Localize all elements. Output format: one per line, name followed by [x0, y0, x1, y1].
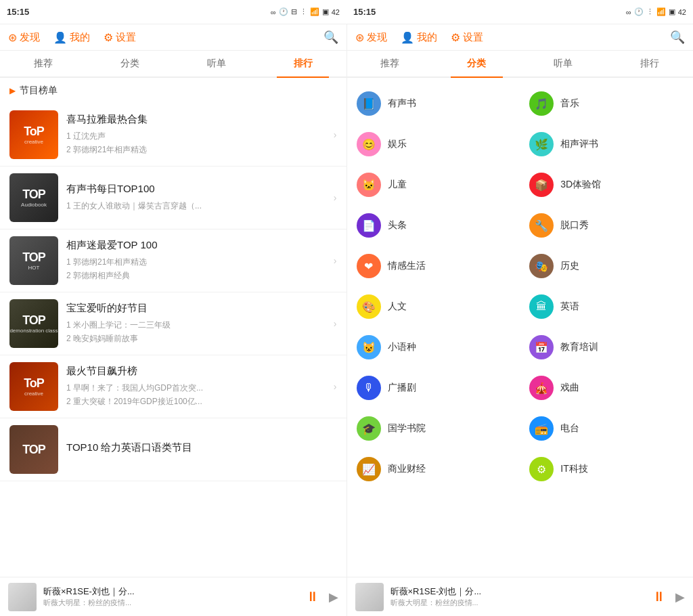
tab-rank-left[interactable]: 排行 [260, 51, 346, 76]
category-icon: 🎭 [529, 254, 554, 278]
category-item[interactable]: 🌿 相声评书 [520, 124, 693, 164]
tab-category-right[interactable]: 分类 [433, 51, 520, 76]
top-badge-3: TOP [22, 314, 45, 326]
category-label: 相声评书 [560, 138, 598, 150]
category-icon: 🎙 [357, 376, 381, 400]
category-icon: 📄 [357, 213, 381, 238]
categories-content: 📘 有声书 🎵 音乐 😊 娱乐 🌿 相声评书 🐱 儿童 📦 3D体验馆 📄 头条… [347, 78, 694, 577]
category-label: 音乐 [560, 97, 579, 110]
category-icon: 🎨 [357, 294, 381, 319]
nav-mine-right[interactable]: 👤 我的 [401, 31, 437, 44]
nav-settings-right[interactable]: ⚙ 设置 [451, 31, 483, 44]
category-icon: 📅 [529, 335, 554, 359]
status-icons-left: ∞ 🕐 ⊟ ⋮ 📶 ▣ 42 [271, 7, 340, 16]
list-item[interactable]: ToP creative 最火节目飙升榜 1 早啊！来了：我国人均GDP首次突.… [0, 355, 346, 418]
category-item[interactable]: 🎙 广播剧 [347, 368, 520, 408]
category-item[interactable]: 😺 小语种 [347, 327, 520, 368]
category-item[interactable]: 📄 头条 [347, 205, 520, 246]
nav-discover-right[interactable]: ⊛ 发现 [355, 31, 387, 44]
category-item[interactable]: 📦 3D体验馆 [520, 164, 693, 205]
category-item[interactable]: ❤ 情感生活 [347, 246, 520, 286]
category-label: IT科技 [560, 463, 587, 475]
wifi-icon: 📶 [310, 7, 319, 16]
category-item[interactable]: 🐱 儿童 [347, 164, 520, 205]
nav-discover-left[interactable]: ⊛ 发现 [8, 31, 40, 44]
search-button-left[interactable]: 🔍 [323, 30, 338, 45]
pause-button-left[interactable]: ⏸ [306, 589, 319, 604]
category-item[interactable]: 🎪 戏曲 [520, 368, 693, 408]
tab-recommend-left[interactable]: 推荐 [0, 51, 87, 76]
category-icon: 🎵 [529, 91, 554, 116]
settings-icon-left: ⚙ [104, 31, 113, 44]
category-item[interactable]: 📅 教育培训 [520, 327, 693, 368]
category-icon: 🐱 [357, 173, 381, 197]
nav-settings-left[interactable]: ⚙ 设置 [104, 31, 136, 44]
status-bar-right: 15:15 ∞ 🕐 ⋮ 📶 ▣ 42 [346, 0, 693, 24]
category-label: 情感生活 [388, 260, 426, 272]
category-item[interactable]: 😊 娱乐 [347, 124, 520, 164]
category-label: 脱口秀 [560, 219, 589, 232]
pause-button-right[interactable]: ⏸ [652, 589, 666, 604]
list-item[interactable]: TOP HOT 相声迷最爱TOP 100 1 郭德纲21年相声精选 2 郭德纲相… [0, 229, 346, 292]
tab-recommend-right[interactable]: 推荐 [347, 51, 434, 76]
category-label: 儿童 [388, 179, 407, 191]
tab-playlist-left[interactable]: 听单 [173, 51, 260, 76]
next-button-right[interactable]: ▶ [675, 590, 685, 604]
category-item[interactable]: 🔧 脱口秀 [520, 205, 693, 246]
nav-mine-left[interactable]: 👤 我的 [53, 31, 90, 44]
category-item[interactable]: 📘 有声书 [347, 83, 520, 124]
screenshot-icon: ⊟ [291, 7, 297, 16]
tab-playlist-right[interactable]: 听单 [520, 51, 606, 76]
list-item[interactable]: TOP demonstration class 宝宝爱听的好节目 1 米小圈上学… [0, 292, 346, 355]
list-item[interactable]: ToP creative 喜马拉雅最热合集 1 辽沈先声 2 郭德纲21年相声精… [0, 104, 346, 167]
category-label: 戏曲 [560, 382, 579, 394]
tab-rank-right[interactable]: 排行 [606, 51, 693, 76]
category-item[interactable]: ⚙ IT科技 [520, 449, 693, 489]
top-sub-1: Audiobook [21, 202, 47, 208]
category-item[interactable]: 📈 商业财经 [347, 449, 520, 489]
tab-category-left[interactable]: 分类 [87, 51, 173, 76]
battery-right: 42 [678, 8, 686, 16]
player-sub-right: 昕薇大明星：粉丝的疫情... [390, 598, 653, 608]
top-sub-2: HOT [28, 265, 40, 271]
left-tabs: 推荐 分类 听单 排行 [0, 51, 346, 78]
player-controls-right: ⏸ ▶ [652, 589, 685, 604]
status-bar-left: 15:15 ∞ 🕐 ⊟ ⋮ 📶 ▣ 42 [0, 0, 346, 24]
nav-settings-label-left: 设置 [116, 31, 136, 44]
category-item[interactable]: 🎓 国学书院 [347, 408, 520, 449]
arrow-icon-1: › [334, 192, 337, 203]
category-item[interactable]: 📻 电台 [520, 408, 693, 449]
mine-icon-left: 👤 [53, 31, 67, 44]
settings-icon-right: ⚙ [451, 31, 460, 44]
category-icon: 📻 [529, 416, 554, 441]
section-title-text: 节目榜单 [20, 85, 58, 97]
category-item[interactable]: 🎨 人文 [347, 286, 520, 327]
list-item[interactable]: TOP Audiobook 有声书每日TOP100 1 王的女人谁敢动｜爆笑古言… [0, 167, 346, 229]
list-item[interactable]: TOP TOP10 给力英语口语类节目 [0, 418, 346, 481]
top-sub-3: demonstration class [9, 328, 58, 334]
thumb-4: ToP creative [9, 362, 58, 411]
vibrate-icon: ⋮ [300, 7, 307, 16]
clock-icon: 🕐 [279, 7, 288, 16]
category-label: 头条 [388, 219, 407, 232]
status-bar: 15:15 ∞ 🕐 ⊟ ⋮ 📶 ▣ 42 15:15 ∞ 🕐 ⋮ 📶 ▣ 42 [0, 0, 693, 24]
category-label: 3D体验馆 [560, 179, 601, 191]
category-item[interactable]: 🎭 历史 [520, 246, 693, 286]
clock-icon-r: 🕐 [634, 7, 644, 16]
search-button-right[interactable]: 🔍 [670, 30, 685, 45]
arrow-icon-3: › [334, 318, 337, 329]
player-info-right: 昕薇×R1SE-刘也｜分... 昕薇大明星：粉丝的疫情... [390, 586, 653, 608]
top-sub-0: creative [24, 139, 43, 145]
category-item[interactable]: 🎵 音乐 [520, 83, 693, 124]
category-icon: 🏛 [529, 294, 554, 319]
right-nav: ⊛ 发现 👤 我的 ⚙ 设置 🔍 [347, 24, 694, 51]
category-icon: 😺 [357, 335, 381, 359]
battery-left: 42 [332, 8, 340, 16]
player-controls-left: ⏸ ▶ [306, 589, 338, 604]
next-button-left[interactable]: ▶ [329, 590, 338, 604]
category-item[interactable]: 🏛 英语 [520, 286, 693, 327]
list-title-0: 喜马拉雅最热合集 [66, 113, 334, 126]
list-title-2: 相声迷最爱TOP 100 [66, 239, 334, 252]
top-badge-5: TOP [22, 443, 45, 456]
nav-mine-label-left: 我的 [70, 31, 90, 44]
